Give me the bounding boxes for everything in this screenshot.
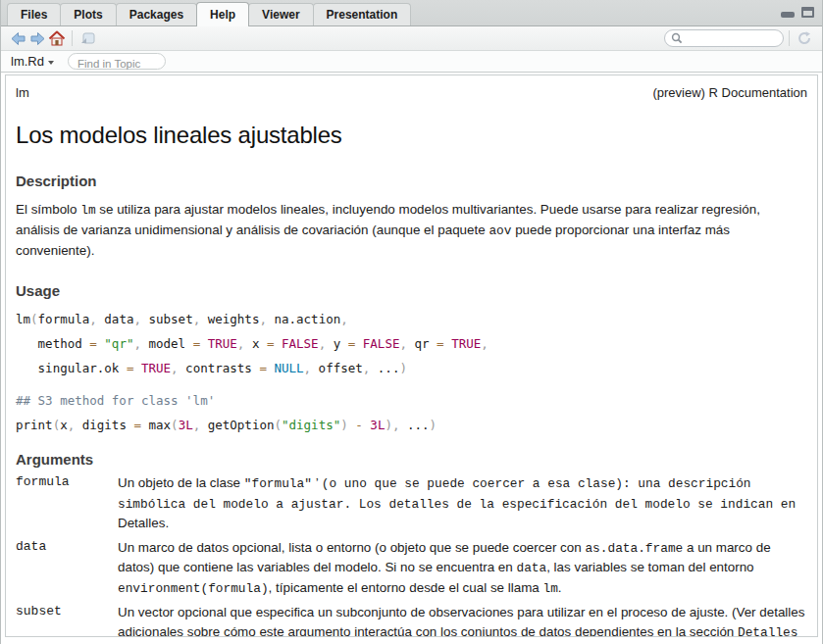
- tab-plots[interactable]: Plots: [60, 3, 116, 25]
- maximize-icon[interactable]: [801, 7, 814, 18]
- inline-code: lm: [542, 581, 557, 596]
- inline-code: "formula": [244, 476, 312, 491]
- argument-row: dataUn marco de datos opcional, lista o …: [16, 538, 807, 599]
- minimize-icon[interactable]: [781, 12, 795, 18]
- find-in-topic-input[interactable]: [77, 58, 156, 70]
- tab-files[interactable]: Files: [7, 3, 61, 25]
- back-button[interactable]: [8, 29, 27, 48]
- popout-button[interactable]: [77, 29, 97, 48]
- doc-source-label: (preview) R Documentation: [652, 85, 807, 100]
- arguments-table: formulaUn objeto de la clase "formula" ’…: [16, 473, 807, 637]
- usage-code-block: lm(formula, data, subset, weights, na.ac…: [16, 307, 807, 437]
- text-run: .: [558, 580, 562, 595]
- argument-definition: Un objeto de la clase "formula" ’ (o uno…: [118, 473, 807, 533]
- inline-code: aov: [489, 223, 511, 238]
- pane-tab-bar: FilesPlotsPackagesHelpViewerPresentation: [1, 0, 822, 26]
- window-controls: [781, 7, 814, 18]
- argument-term: subset: [16, 603, 118, 637]
- help-search-box: [664, 29, 784, 47]
- code-line: method = "qr", model = TRUE, x = FALSE, …: [16, 331, 807, 356]
- tab-viewer[interactable]: Viewer: [248, 3, 313, 25]
- argument-row: formulaUn objeto de la clase "formula" ’…: [16, 473, 807, 533]
- help-pane: FilesPlotsPackagesHelpViewerPresentation: [0, 0, 823, 644]
- text-run: Un objeto de la clase: [118, 475, 244, 490]
- doc-meta-row: lm (preview) R Documentation: [16, 85, 807, 100]
- code-line: ## S3 method for class 'lm': [16, 388, 807, 413]
- text-run: Detalles.: [118, 516, 169, 530]
- refresh-button[interactable]: [795, 29, 814, 48]
- text-run: El símbolo: [16, 202, 80, 217]
- inline-code: as.data.frame: [585, 541, 683, 556]
- search-input[interactable]: [683, 32, 771, 44]
- inline-code: data: [516, 561, 546, 575]
- text-run: Un marco de datos opcional, lista o ento…: [118, 540, 585, 555]
- argument-definition: Un vector opcional que especifica un sub…: [118, 603, 807, 637]
- forward-button[interactable]: [27, 29, 47, 48]
- show-in-new-window-icon: [78, 30, 96, 46]
- code-line: print(x, digits = max(3L, getOption("dig…: [16, 413, 807, 437]
- page-title: Los modelos lineales ajustables: [16, 122, 807, 149]
- topic-dropdown[interactable]: lm.Rd: [11, 54, 54, 69]
- home-button[interactable]: [47, 29, 67, 48]
- argument-row: subsetUn vector opcional que especifica …: [16, 603, 807, 637]
- doc-topic-id: lm: [16, 85, 29, 100]
- chevron-down-icon: [48, 61, 54, 65]
- code-line: singular.ok = TRUE, contrasts = NULL, of…: [16, 356, 807, 380]
- toolbar-separator: [789, 30, 790, 46]
- tab-packages[interactable]: Packages: [116, 3, 197, 25]
- inline-code: environment(formula): [118, 581, 269, 596]
- text-run: , típicamente el entorno desde el cual s…: [269, 580, 543, 595]
- text-run: ’: [312, 475, 322, 490]
- tab-presentation[interactable]: Presentation: [313, 3, 412, 25]
- text-run: Un vector opcional que especifica un sub…: [118, 605, 804, 637]
- inline-code: lm: [80, 203, 95, 218]
- tab-help[interactable]: Help: [196, 2, 249, 26]
- topic-bar: lm.Rd: [1, 51, 822, 73]
- inline-code: Detalles: [738, 625, 797, 638]
- back-arrow-icon: [10, 31, 26, 46]
- description-heading: Description: [16, 173, 807, 189]
- arguments-heading: Arguments: [16, 451, 807, 468]
- help-toolbar: [1, 26, 822, 51]
- usage-heading: Usage: [16, 282, 807, 299]
- argument-term: formula: [16, 473, 118, 533]
- forward-arrow-icon: [29, 31, 46, 46]
- tab-list: FilesPlotsPackagesHelpViewerPresentation: [7, 0, 410, 25]
- refresh-icon: [797, 30, 812, 46]
- argument-term: data: [16, 538, 118, 599]
- text-run: , las variables se toman del entorno: [546, 560, 753, 574]
- toolbar-separator: [72, 30, 73, 46]
- find-in-topic-box: [68, 53, 166, 70]
- topic-label: lm.Rd: [11, 54, 44, 69]
- home-icon: [48, 30, 66, 46]
- argument-definition: Un marco de datos opcional, lista o ento…: [118, 538, 807, 599]
- code-block: lm(formula, data, subset, weights, na.ac…: [16, 307, 807, 380]
- code-line: lm(formula, data, subset, weights, na.ac…: [16, 307, 807, 331]
- description-paragraph: El símbolo lm se utiliza para ajustar mo…: [16, 200, 807, 261]
- help-document: lm (preview) R Documentation Los modelos…: [5, 74, 818, 637]
- search-icon: [671, 32, 683, 44]
- code-block: ## S3 method for class 'lm'print(x, digi…: [16, 388, 807, 437]
